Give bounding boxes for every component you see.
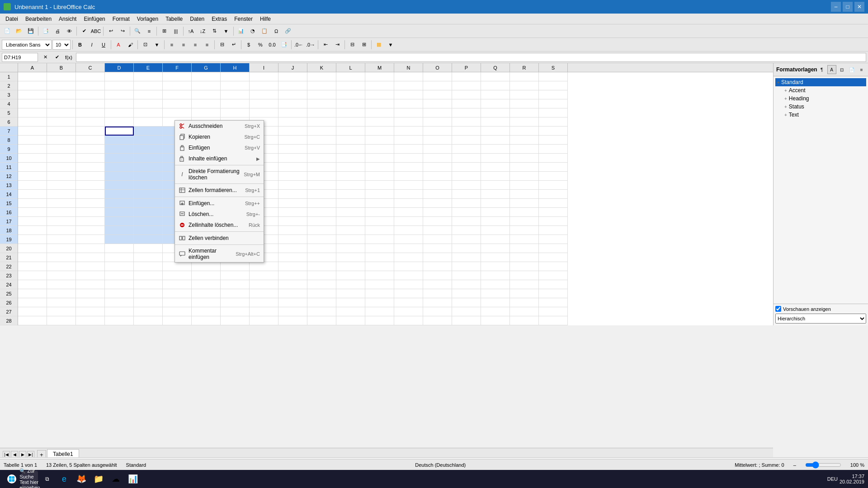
- cell-R20[interactable]: [510, 244, 539, 253]
- cell-K27[interactable]: [307, 307, 336, 316]
- menu-bearbeiten[interactable]: Bearbeiten: [22, 14, 55, 24]
- cell-B21[interactable]: [47, 253, 76, 262]
- font-name-select[interactable]: Liberation Sans: [2, 40, 52, 50]
- cell-R17[interactable]: [510, 217, 539, 226]
- font-size-select[interactable]: 10: [52, 40, 71, 50]
- cell-A4[interactable]: [18, 99, 47, 108]
- col-header-q[interactable]: Q: [481, 63, 510, 72]
- ctx-zellen-verbinden[interactable]: Zellen verbinden: [175, 233, 264, 244]
- cell-B13[interactable]: [47, 181, 76, 190]
- cell-C14[interactable]: [76, 190, 105, 199]
- cell-C25[interactable]: [76, 289, 105, 298]
- minimize-button[interactable]: –: [831, 2, 841, 12]
- style-standard[interactable]: ▾ Standard: [775, 78, 866, 86]
- cell-D1[interactable]: [105, 72, 134, 81]
- font-color-button[interactable]: A: [113, 39, 124, 50]
- row-16[interactable]: 16: [0, 208, 18, 217]
- menu-tabelle[interactable]: Tabelle: [162, 14, 186, 24]
- cell-J1[interactable]: [278, 72, 307, 81]
- merge-button[interactable]: ⊟: [217, 39, 227, 50]
- cell-S14[interactable]: [539, 190, 568, 199]
- cell-F1[interactable]: [163, 72, 192, 81]
- cell-S19[interactable]: [539, 235, 568, 244]
- cell-N22[interactable]: [394, 262, 423, 271]
- cell-K23[interactable]: [307, 271, 336, 280]
- cell-S13[interactable]: [539, 181, 568, 190]
- cell-D26[interactable]: [105, 298, 134, 307]
- cell-N17[interactable]: [394, 217, 423, 226]
- row-17[interactable]: 17: [0, 217, 18, 226]
- cell-M25[interactable]: [365, 289, 394, 298]
- cell-L9[interactable]: [336, 145, 365, 154]
- cell-H3[interactable]: [221, 90, 250, 99]
- ctx-loeschen[interactable]: Löschen... Strg+-: [175, 209, 264, 220]
- sort-asc[interactable]: ↑A: [185, 26, 196, 37]
- taskbar-task-view[interactable]: ⧉: [39, 471, 55, 487]
- row-23[interactable]: 23: [0, 271, 18, 280]
- cell-S15[interactable]: [539, 199, 568, 208]
- row-27[interactable]: 27: [0, 307, 18, 316]
- cell-K24[interactable]: [307, 280, 336, 289]
- col-header-d[interactable]: D: [105, 63, 134, 72]
- cell-D6[interactable]: [105, 117, 134, 127]
- cell-P6[interactable]: [452, 117, 481, 127]
- cell-E13[interactable]: [134, 181, 163, 190]
- cell-K15[interactable]: [307, 199, 336, 208]
- cell-D14[interactable]: [105, 190, 134, 199]
- cell-P5[interactable]: [452, 108, 481, 117]
- cell-F27[interactable]: [163, 307, 192, 316]
- cell-M13[interactable]: [365, 181, 394, 190]
- cell-Q28[interactable]: [481, 316, 510, 325]
- cell-A24[interactable]: [18, 280, 47, 289]
- cell-R19[interactable]: [510, 235, 539, 244]
- cell-C24[interactable]: [76, 280, 105, 289]
- indent-more[interactable]: ⇥: [332, 39, 343, 50]
- cell-O7[interactable]: [423, 127, 452, 136]
- cell-B24[interactable]: [47, 280, 76, 289]
- borders-button[interactable]: ⊞: [159, 26, 170, 37]
- cell-C12[interactable]: [76, 172, 105, 181]
- cell-R23[interactable]: [510, 271, 539, 280]
- cell-O26[interactable]: [423, 298, 452, 307]
- row-12[interactable]: 12: [0, 172, 18, 181]
- cell-N23[interactable]: [394, 271, 423, 280]
- cell-J7[interactable]: [278, 127, 307, 136]
- cell-R14[interactable]: [510, 190, 539, 199]
- cell-K3[interactable]: [307, 90, 336, 99]
- cell-L24[interactable]: [336, 280, 365, 289]
- cell-B25[interactable]: [47, 289, 76, 298]
- cell-Q8[interactable]: [481, 136, 510, 145]
- cell-L16[interactable]: [336, 208, 365, 217]
- cell-A19[interactable]: [18, 235, 47, 244]
- align-justify[interactable]: ≡: [202, 39, 212, 50]
- cell-J2[interactable]: [278, 81, 307, 90]
- cell-S20[interactable]: [539, 244, 568, 253]
- cell-R2[interactable]: [510, 81, 539, 90]
- cell-C20[interactable]: [76, 244, 105, 253]
- cell-F5[interactable]: [163, 108, 192, 117]
- cell-N7[interactable]: [394, 127, 423, 136]
- cell-E2[interactable]: [134, 81, 163, 90]
- cell-M8[interactable]: [365, 136, 394, 145]
- cell-N6[interactable]: [394, 117, 423, 127]
- cell-M10[interactable]: [365, 154, 394, 163]
- cell-K22[interactable]: [307, 262, 336, 271]
- cell-P12[interactable]: [452, 172, 481, 181]
- col-header-a[interactable]: A: [18, 63, 47, 72]
- ctx-kommentar[interactable]: Kommentar einfügen Strg+Alt+C: [175, 246, 264, 262]
- cell-G23[interactable]: [192, 271, 221, 280]
- cell-E11[interactable]: [134, 163, 163, 172]
- cell-H1[interactable]: [221, 72, 250, 81]
- cell-O12[interactable]: [423, 172, 452, 181]
- row-9[interactable]: 9: [0, 145, 18, 154]
- cell-N15[interactable]: [394, 199, 423, 208]
- cell-E20[interactable]: [134, 244, 163, 253]
- row-22[interactable]: 22: [0, 262, 18, 271]
- hierarchy-select[interactable]: Hierarchisch: [775, 314, 866, 324]
- sort-button[interactable]: ⇅: [209, 26, 220, 37]
- cell-E23[interactable]: [134, 271, 163, 280]
- row-10[interactable]: 10: [0, 154, 18, 163]
- cell-S8[interactable]: [539, 136, 568, 145]
- row-28[interactable]: 28: [0, 316, 18, 325]
- cell-L3[interactable]: [336, 90, 365, 99]
